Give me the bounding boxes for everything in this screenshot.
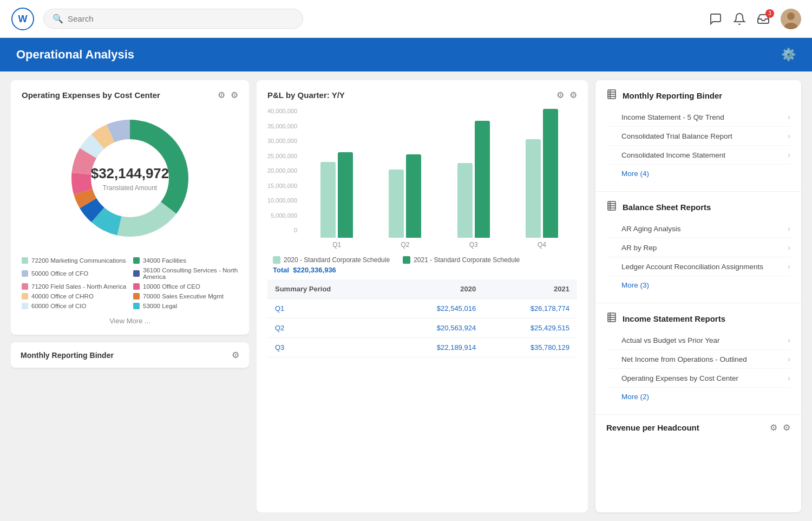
search-icon: 🔍 xyxy=(53,14,63,24)
report-item-income-statement[interactable]: Consolidated Income Statement › xyxy=(606,146,790,165)
report-label-income-statement: Consolidated Income Statement xyxy=(621,151,725,159)
legend-dot-1 xyxy=(22,257,28,264)
total-value: $220,336,936 xyxy=(293,266,336,274)
view-more-button[interactable]: View More ... xyxy=(22,317,238,325)
bar-chart-card: P&L by Quarter: Y/Y ⚙ ⚙ 40,000,000 35,00… xyxy=(257,80,588,512)
legend-dot-5 xyxy=(22,283,28,290)
chevron-icon: › xyxy=(788,224,790,233)
bar-label-q4: Q4 xyxy=(538,241,546,249)
amount-q2-2021: $25,429,515 xyxy=(483,318,577,338)
report-item-more-2[interactable]: More (2) xyxy=(606,388,790,406)
donut-center: $32,144,972 Translated Amount xyxy=(91,165,169,192)
balance-sheet-title: Balance Sheet Reports xyxy=(623,203,711,212)
search-bar[interactable]: 🔍 xyxy=(43,9,303,29)
balance-sheet-icon xyxy=(606,200,617,214)
mini-card-gear-icon[interactable]: ⚙ xyxy=(232,350,239,360)
bar-q2-2021 xyxy=(406,154,421,238)
legend-dot-9 xyxy=(22,303,28,309)
bar-chart-icons[interactable]: ⚙ ⚙ xyxy=(556,90,577,100)
amount-q1-2021: $26,178,774 xyxy=(483,299,577,318)
top-navigation: W 🔍 3 xyxy=(0,0,812,38)
svg-point-3 xyxy=(787,12,795,20)
revenue-icons[interactable]: ⚙ ⚙ xyxy=(770,422,790,433)
bar-chart-header: P&L by Quarter: Y/Y ⚙ ⚙ xyxy=(267,90,577,100)
y-axis: 40,000,000 35,000,000 30,000,000 25,000,… xyxy=(267,108,302,249)
period-q2[interactable]: Q2 xyxy=(267,318,390,338)
report-item-operating-expenses[interactable]: Operating Expenses by Cost Center › xyxy=(606,369,790,388)
report-item-trial-balance[interactable]: Consolidated Trial Balance Report › xyxy=(606,127,790,146)
page-title: Operational Analysis xyxy=(16,48,134,62)
report-item-more-3[interactable]: More (3) xyxy=(606,276,790,294)
inbox-button[interactable]: 3 xyxy=(757,12,770,25)
period-q3[interactable]: Q3 xyxy=(267,338,390,357)
y-label-5: 25,000,000 xyxy=(267,153,297,159)
bar-filter-icon[interactable]: ⚙ xyxy=(556,90,564,100)
chevron-icon: › xyxy=(788,151,790,159)
amount-q3-2020: $22,189,914 xyxy=(390,338,483,357)
search-input[interactable] xyxy=(68,14,294,23)
bar-label-q1: Q1 xyxy=(332,241,341,249)
chevron-icon: › xyxy=(788,243,790,252)
bar-settings-icon[interactable]: ⚙ xyxy=(569,90,577,100)
report-label-more-3: More (3) xyxy=(621,281,649,289)
legend-label-8: 70000 Sales Executive Mgmt xyxy=(143,293,224,299)
report-label-income-5qtr: Income Statement - 5 Qtr Trend xyxy=(621,113,724,121)
report-item-ar-aging[interactable]: AR Aging Analysis › xyxy=(606,219,790,238)
right-panel: Monthly Reporting Binder Income Statemen… xyxy=(595,80,801,512)
revenue-settings-icon[interactable]: ⚙ xyxy=(783,422,790,433)
report-label-ar-aging: AR Aging Analysis xyxy=(621,225,681,233)
main-content: Operating Expenses by Cost Center ⚙ ⚙ xyxy=(0,71,812,521)
balance-sheet-section: Balance Sheet Reports AR Aging Analysis … xyxy=(595,192,801,303)
legend-item-8: 70000 Sales Executive Mgmt xyxy=(133,293,238,299)
income-statement-title: Income Statement Reports xyxy=(623,314,725,323)
y-label-4: 20,000,000 xyxy=(267,167,297,174)
revenue-filter-icon[interactable]: ⚙ xyxy=(770,422,777,433)
donut-legend: 72200 Marketing Communications 34000 Fac… xyxy=(22,257,238,309)
legend-item-3: 50000 Office of CFO xyxy=(22,267,127,280)
user-avatar[interactable] xyxy=(781,9,801,29)
legend-item-2: 34000 Facilities xyxy=(133,257,238,264)
donut-card-icons[interactable]: ⚙ ⚙ xyxy=(218,90,238,100)
legend-item-6: 10000 Office of CEO xyxy=(133,283,238,290)
legend-text-2021: 2021 - Standard Corporate Schedule xyxy=(414,256,520,264)
chevron-icon: › xyxy=(788,355,790,363)
bar-q4-2020 xyxy=(526,139,541,238)
messages-button[interactable] xyxy=(709,12,722,25)
bar-q3-2021 xyxy=(475,121,490,238)
bar-group-q1: Q1 xyxy=(307,152,366,249)
bar-chart-title: P&L by Quarter: Y/Y xyxy=(267,90,345,100)
col-2021: 2021 xyxy=(483,279,577,299)
report-item-actual-vs-budget[interactable]: Actual vs Budget vs Prior Year › xyxy=(606,331,790,350)
bar-group-q4: Q4 xyxy=(512,109,572,249)
header-settings-icon[interactable]: ⚙️ xyxy=(781,48,796,62)
y-label-1: 5,000,000 xyxy=(271,212,297,219)
legend-label-7: 40000 Office of CHRO xyxy=(31,293,94,299)
balance-sheet-header: Balance Sheet Reports xyxy=(606,200,790,214)
amount-q2-2020: $20,563,924 xyxy=(390,318,483,338)
legend-dot-7 xyxy=(22,293,28,299)
filter-icon[interactable]: ⚙ xyxy=(218,90,225,100)
mini-card-title: Monthly Reporting Binder xyxy=(21,351,114,360)
legend-dot-2 xyxy=(133,257,140,264)
chart-with-axis: 40,000,000 35,000,000 30,000,000 25,000,… xyxy=(267,108,577,252)
table-row: Q2 $20,563,924 $25,429,515 xyxy=(267,318,577,338)
report-item-net-income[interactable]: Net Income from Operations - Outlined › xyxy=(606,350,790,369)
legend-label-3: 50000 Office of CFO xyxy=(31,270,88,277)
workday-logo[interactable]: W xyxy=(11,7,35,31)
report-label-operating-expenses: Operating Expenses by Cost Center xyxy=(621,374,738,382)
report-item-ledger-reconciliation[interactable]: Ledger Account Reconciliation Assignment… xyxy=(606,257,790,276)
period-q1[interactable]: Q1 xyxy=(267,299,390,318)
legend-label-2: 34000 Facilities xyxy=(143,257,186,264)
monthly-binder-header: Monthly Reporting Binder xyxy=(606,89,790,102)
bar-chart-legend: 2020 - Standard Corporate Schedule 2021 … xyxy=(267,256,577,264)
bar-pair-q3 xyxy=(457,121,490,238)
settings-icon[interactable]: ⚙ xyxy=(231,90,238,100)
report-item-ar-rep[interactable]: AR by Rep › xyxy=(606,238,790,257)
income-statement-section: Income Statement Reports Actual vs Budge… xyxy=(595,303,801,415)
legend-label-10: 53000 Legal xyxy=(143,303,177,309)
report-label-trial-balance: Consolidated Trial Balance Report xyxy=(621,132,732,140)
legend-2021: 2021 - Standard Corporate Schedule xyxy=(403,256,520,264)
report-item-income-5qtr[interactable]: Income Statement - 5 Qtr Trend › xyxy=(606,108,790,127)
report-item-more-4[interactable]: More (4) xyxy=(606,165,790,183)
notifications-button[interactable] xyxy=(733,12,746,25)
